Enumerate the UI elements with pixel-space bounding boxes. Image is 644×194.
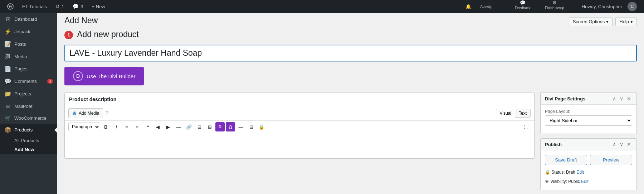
italic-button[interactable]: I [112,122,121,131]
status-icon: 🔒 [545,170,551,175]
sidebar-item-products[interactable]: 📦 Products [0,124,57,136]
hr-button[interactable]: — [236,122,245,131]
product-description-title: Product description [69,96,530,102]
sidebar-item-comments[interactable]: 💬 Comments 3 [0,75,57,88]
status-edit-link[interactable]: Edit [576,170,584,175]
lock-button[interactable]: 🔒 [257,122,266,131]
content-area: Product description ⊕ Add Media ? Visual… [64,93,535,164]
bold-button[interactable]: B [101,122,111,131]
sidebar-item-woocommerce[interactable]: 🛒 WooCommerce [0,113,57,124]
blockquote-button[interactable]: ❝ [143,122,152,131]
publish-collapse-up-icon[interactable]: ∧ [611,141,617,147]
sidebar-item-projects[interactable]: 📁 Projects [0,88,57,100]
preview-button[interactable]: Preview [590,155,632,165]
sidebar-item-dashboard[interactable]: ⊞ Dashboard [0,13,57,25]
avatar: C [628,2,637,11]
page-layout-field: Page Layout: DefaultNo SidebarLeft Sideb… [545,109,632,126]
chevron-down-icon: ▾ [606,19,609,24]
divi-shortcode-button[interactable]: D [215,122,225,131]
finish-setup-icon-top[interactable]: ⚙ Finish setup [538,0,571,13]
insert-grid-button[interactable]: ⊞ [205,122,214,131]
media-icon: 🖼 [4,53,11,60]
main-content: Add New Screen Options ▾ Help ▾ 1 Add ne… [57,13,644,194]
insert-table-button[interactable]: ⊟ [195,122,204,131]
sidebar-item-posts[interactable]: 📝 Posts [0,38,57,50]
sidebar-item-jetpack[interactable]: ⚡ Jetpack [0,25,57,38]
editor-toolbar: ⊕ Add Media ? Visual Text [65,106,534,121]
editor-content-area[interactable] [65,133,534,158]
publish-controls: ∧ ∨ ✕ [611,141,632,147]
screen-options-button[interactable]: Screen Options ▾ [569,17,613,26]
chevron-down-icon-help: ▾ [630,19,633,24]
submenu-all-products[interactable]: All Products [0,136,57,145]
divi-settings-title: Divi Page Settings [545,96,611,101]
publish-header: Publish ∧ ∨ ✕ [541,139,636,150]
paragraph-format-select[interactable]: Paragraph Heading 1 Heading 2 Heading 3 [68,123,100,131]
fullscreen-button[interactable]: ⛶ [521,122,531,131]
product-title-input[interactable] [64,45,637,61]
align-left-button[interactable]: ◀ [153,122,162,131]
visibility-icon: 👁 [545,179,550,184]
posts-icon: 📝 [4,41,11,48]
activity-icon-top[interactable]: 🔔 Activity [458,0,508,13]
publish-box: Publish ∧ ∨ ✕ Save Draft Preview [540,138,637,190]
publish-title: Publish [545,142,611,147]
svg-text:W: W [9,4,13,9]
publish-actions: Save Draft Preview [545,155,632,165]
link-button[interactable]: 🔗 [184,122,194,131]
pages-icon: 📄 [4,65,11,72]
sidebar-item-mailpoet[interactable]: ✉ MailPoet [0,100,57,113]
submenu-add-new[interactable]: Add New [0,145,57,154]
active-arrow [54,127,57,133]
product-description-header: Product description [65,93,534,106]
comments-adminbar[interactable]: 💬 3 [69,0,87,13]
align-right-button[interactable]: — [174,122,183,131]
visibility-edit-link[interactable]: Edit [581,179,589,184]
special-char-button[interactable]: Ω [226,122,235,131]
indent-button[interactable]: ⊟ [247,122,256,131]
comments-badge: 3 [47,79,53,84]
add-media-button[interactable]: ⊕ Add Media [68,108,103,118]
dashboard-icon: ⊞ [4,16,11,23]
divi-builder-button[interactable]: D Use The Divi Builder [64,67,144,85]
align-center-button[interactable]: ▶ [164,122,173,131]
editor-help-icon[interactable]: ? [105,110,108,116]
collapse-up-icon[interactable]: ∧ [611,96,617,101]
divider [573,3,573,10]
site-name[interactable]: ET Tutorials [19,0,50,13]
divi-settings-body: Page Layout: DefaultNo SidebarLeft Sideb… [541,105,636,134]
feedback-icon-top[interactable]: 💬 Feedback [508,0,538,13]
save-draft-button[interactable]: Save Draft [545,155,587,165]
admin-sidebar: ⊞ Dashboard ⚡ Jetpack 📝 Posts 🖼 Media 📄 … [0,13,57,194]
divi-icon: D [73,71,83,81]
projects-icon: 📁 [4,90,11,97]
top-bar: Add New Screen Options ▾ Help ▾ [57,13,644,26]
page-layout-select[interactable]: DefaultNo SidebarLeft SidebarRight Sideb… [545,115,632,126]
admin-bar: W ET Tutorials ↺ 1 💬 3 + New 🔔 Activity … [0,0,644,13]
publish-collapse-down-icon[interactable]: ∨ [619,141,624,147]
collapse-down-icon[interactable]: ∨ [619,96,624,101]
tab-text[interactable]: Text [515,109,531,118]
unordered-list-button[interactable]: ≡ [122,122,131,131]
sidebar-item-pages[interactable]: 📄 Pages [0,63,57,75]
sidebar-item-media[interactable]: 🖼 Media [0,50,57,63]
publish-close-icon[interactable]: ✕ [626,141,632,147]
divi-settings-controls: ∧ ∨ ✕ [611,96,632,101]
revisions[interactable]: ↺ 1 [52,0,68,13]
close-icon[interactable]: ✕ [626,96,632,101]
wp-logo[interactable]: W [4,0,17,13]
format-toolbar: Paragraph Heading 1 Heading 2 Heading 3 … [65,121,534,133]
help-button[interactable]: Help ▾ [615,17,637,26]
divi-page-settings-box: Divi Page Settings ∧ ∨ ✕ Page Layout: De… [540,93,637,134]
new-content[interactable]: + New [88,0,109,13]
woocommerce-icon: 🛒 [4,115,11,121]
product-description-box: Product description ⊕ Add Media ? Visual… [64,93,535,159]
status-row: 🔒 Status: Draft Edit [545,169,632,176]
publish-meta: 🔒 Status: Draft Edit 👁 Visibility: Publi… [545,169,632,185]
visibility-row: 👁 Visibility: Public Edit [545,178,632,186]
howdy[interactable]: Howdy, Christopher C [575,0,640,13]
ordered-list-button[interactable]: ≡ [132,122,142,131]
products-icon: 📦 [4,126,11,133]
tab-visual[interactable]: Visual [496,109,515,118]
publish-body: Save Draft Preview 🔒 Status: Draft Edit [541,150,636,190]
